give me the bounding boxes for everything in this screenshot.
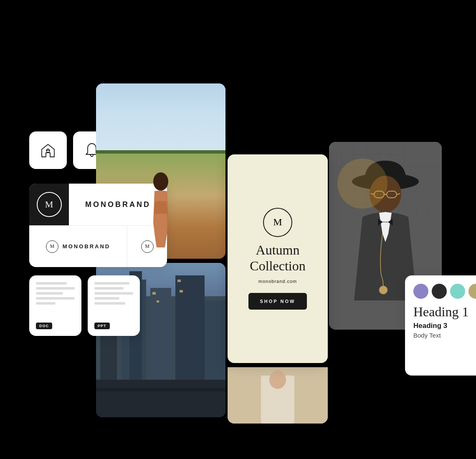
svg-rect-11 [152, 292, 156, 295]
svg-point-41 [337, 159, 387, 209]
line-5 [94, 302, 125, 305]
line-5 [36, 302, 56, 305]
svg-point-1 [153, 172, 168, 191]
autumn-collection-title: AutumnCollection [250, 242, 305, 274]
svg-rect-18 [96, 388, 225, 391]
autumn-logo-circle: M [263, 208, 292, 237]
woman-figure [144, 172, 177, 252]
doc-card-1: DOC [29, 275, 81, 336]
line-3 [36, 292, 63, 295]
swatch-gold [468, 284, 476, 299]
autumn-logo-letter: M [273, 217, 282, 228]
line-4 [36, 297, 75, 300]
svg-point-40 [379, 286, 387, 294]
brand-logo-circle: M [37, 192, 62, 217]
swatch-teal [450, 284, 465, 299]
ppt-badge: PPT [94, 323, 110, 329]
doc-card-2: PPT [88, 275, 140, 336]
typography-card: Heading 1 Heading 3 Body Text [405, 275, 476, 376]
line-3 [94, 292, 133, 295]
brand-logo-letter: M [45, 199, 53, 210]
doc-badge: DOC [36, 323, 52, 329]
woman2-figure [228, 367, 328, 424]
home-icon [39, 141, 57, 159]
typography-heading1: Heading 1 [413, 305, 476, 319]
line-4 [94, 297, 119, 300]
brand-logo-small-left: M [46, 240, 58, 253]
home-icon-card [29, 131, 67, 169]
color-swatches [413, 284, 476, 299]
autumn-url: monobrand.com [258, 279, 297, 284]
typography-body: Body Text [413, 332, 476, 339]
line-1 [94, 282, 129, 285]
woman2-photo [228, 367, 328, 424]
line-1 [36, 282, 67, 285]
shop-now-button[interactable]: SHOP NOW [248, 293, 307, 310]
autumn-collection-card: M AutumnCollection monobrand.com SHOP NO… [228, 154, 328, 363]
swatch-dark [432, 284, 447, 299]
svg-rect-12 [177, 280, 181, 282]
swatch-purple [413, 284, 428, 299]
svg-point-44 [269, 371, 286, 389]
line-2 [36, 287, 75, 290]
line-2 [94, 287, 124, 290]
svg-rect-16 [157, 300, 159, 303]
main-scene: M MONOBRAND M MONOBRAND M DOC PPT [29, 42, 447, 417]
brand-name-small: MONOBRAND [63, 243, 110, 250]
typography-heading3: Heading 3 [413, 322, 476, 330]
svg-rect-17 [96, 380, 225, 417]
brand-logo-dark: M [29, 184, 69, 225]
svg-rect-15 [180, 290, 183, 293]
brand-bottom-left: M MONOBRAND [29, 226, 127, 267]
